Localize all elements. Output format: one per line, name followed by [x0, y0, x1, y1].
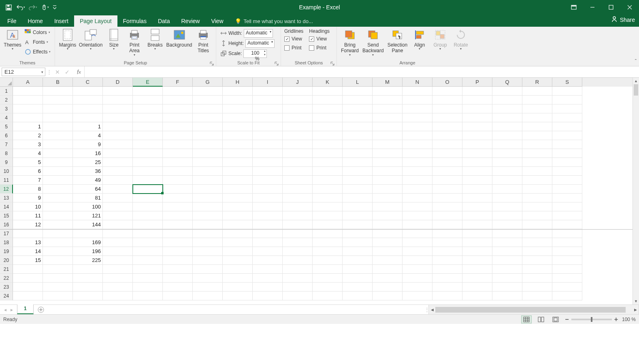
cell-F15[interactable] [163, 211, 193, 220]
row-header-16[interactable]: 16 [0, 220, 13, 229]
cell-E3[interactable] [133, 104, 163, 113]
cell-K14[interactable] [313, 202, 343, 211]
cell-R13[interactable] [522, 194, 552, 202]
cell-L11[interactable] [343, 176, 373, 185]
cell-C1[interactable] [73, 87, 103, 96]
cell-R16[interactable] [522, 220, 552, 229]
cell-O21[interactable] [432, 265, 462, 274]
cell-P2[interactable] [462, 96, 492, 104]
row-header-22[interactable]: 22 [0, 274, 13, 283]
cell-M3[interactable] [373, 104, 403, 113]
cell-S15[interactable] [552, 211, 582, 220]
cell-C13[interactable]: 81 [73, 194, 103, 202]
cell-J10[interactable] [283, 167, 313, 176]
cell-L8[interactable] [343, 149, 373, 158]
cell-H9[interactable] [223, 158, 253, 167]
cell-F11[interactable] [163, 176, 193, 185]
cell-P15[interactable] [462, 211, 492, 220]
cell-B3[interactable] [43, 104, 73, 113]
cell-J24[interactable] [283, 292, 313, 300]
cell-P16[interactable] [462, 220, 492, 229]
redo-icon[interactable]: ▾ [28, 2, 38, 13]
cell-E8[interactable] [133, 149, 163, 158]
cell-B23[interactable] [43, 283, 73, 292]
cell-S13[interactable] [552, 194, 582, 202]
cell-K20[interactable] [313, 256, 343, 265]
cell-J2[interactable] [283, 96, 313, 104]
cell-C16[interactable]: 144 [73, 220, 103, 229]
cell-C19[interactable]: 196 [73, 247, 103, 256]
cell-C23[interactable] [73, 283, 103, 292]
cell-H8[interactable] [223, 149, 253, 158]
cell-L7[interactable] [343, 140, 373, 149]
cell-B18[interactable] [43, 238, 73, 247]
cell-I13[interactable] [253, 194, 283, 202]
cell-Q5[interactable] [492, 122, 522, 131]
cell-Q8[interactable] [492, 149, 522, 158]
cell-Q18[interactable] [492, 238, 522, 247]
row-header-23[interactable]: 23 [0, 283, 13, 292]
cell-D15[interactable] [103, 211, 133, 220]
cell-R5[interactable] [522, 122, 552, 131]
cell-C9[interactable]: 25 [73, 158, 103, 167]
cell-J21[interactable] [283, 265, 313, 274]
cell-N12[interactable] [403, 185, 432, 194]
print-area-button[interactable]: Print Area▾ [124, 28, 145, 57]
cell-B12[interactable] [43, 185, 73, 194]
cell-P4[interactable] [462, 113, 492, 122]
cell-P14[interactable] [462, 202, 492, 211]
cell-E7[interactable] [133, 140, 163, 149]
cell-R14[interactable] [522, 202, 552, 211]
cell-L12[interactable] [343, 185, 373, 194]
cell-L6[interactable] [343, 131, 373, 140]
cell-O24[interactable] [432, 292, 462, 300]
cell-O8[interactable] [432, 149, 462, 158]
row-header-19[interactable]: 19 [0, 247, 13, 256]
cell-F14[interactable] [163, 202, 193, 211]
cell-D19[interactable] [103, 247, 133, 256]
cell-L15[interactable] [343, 211, 373, 220]
cell-O17[interactable] [432, 229, 462, 238]
cell-K7[interactable] [313, 140, 343, 149]
cell-G16[interactable] [193, 220, 223, 229]
row-header-13[interactable]: 13 [0, 194, 13, 202]
cell-B16[interactable] [43, 220, 73, 229]
cell-P6[interactable] [462, 131, 492, 140]
cell-G18[interactable] [193, 238, 223, 247]
cell-M12[interactable] [373, 185, 403, 194]
cell-H14[interactable] [223, 202, 253, 211]
cell-L23[interactable] [343, 283, 373, 292]
cell-D5[interactable] [103, 122, 133, 131]
cell-N7[interactable] [403, 140, 432, 149]
cell-J3[interactable] [283, 104, 313, 113]
tab-view[interactable]: View [205, 15, 229, 27]
cell-K23[interactable] [313, 283, 343, 292]
cell-I6[interactable] [253, 131, 283, 140]
cell-M4[interactable] [373, 113, 403, 122]
row-header-9[interactable]: 9 [0, 158, 13, 167]
cell-C11[interactable]: 49 [73, 176, 103, 185]
cell-L4[interactable] [343, 113, 373, 122]
cell-M5[interactable] [373, 122, 403, 131]
cell-Q22[interactable] [492, 274, 522, 283]
cell-L24[interactable] [343, 292, 373, 300]
gridlines-print-checkbox[interactable]: Print [283, 44, 304, 52]
cell-C3[interactable] [73, 104, 103, 113]
cell-N5[interactable] [403, 122, 432, 131]
cell-D13[interactable] [103, 194, 133, 202]
cell-M17[interactable] [373, 229, 403, 238]
maximize-icon[interactable] [602, 0, 620, 15]
cell-C8[interactable]: 16 [73, 149, 103, 158]
zoom-slider[interactable]: − + [565, 316, 618, 323]
cell-D14[interactable] [103, 202, 133, 211]
touch-mode-icon[interactable]: ▾ [40, 2, 50, 13]
cell-D17[interactable] [103, 229, 133, 238]
cell-F8[interactable] [163, 149, 193, 158]
scroll-up-icon[interactable]: ▲ [633, 78, 639, 84]
column-header-J[interactable]: J [283, 78, 313, 87]
row-header-18[interactable]: 18 [0, 238, 13, 247]
cell-K11[interactable] [313, 176, 343, 185]
cell-S17[interactable] [552, 229, 582, 238]
cell-A10[interactable]: 6 [13, 167, 43, 176]
cell-J11[interactable] [283, 176, 313, 185]
